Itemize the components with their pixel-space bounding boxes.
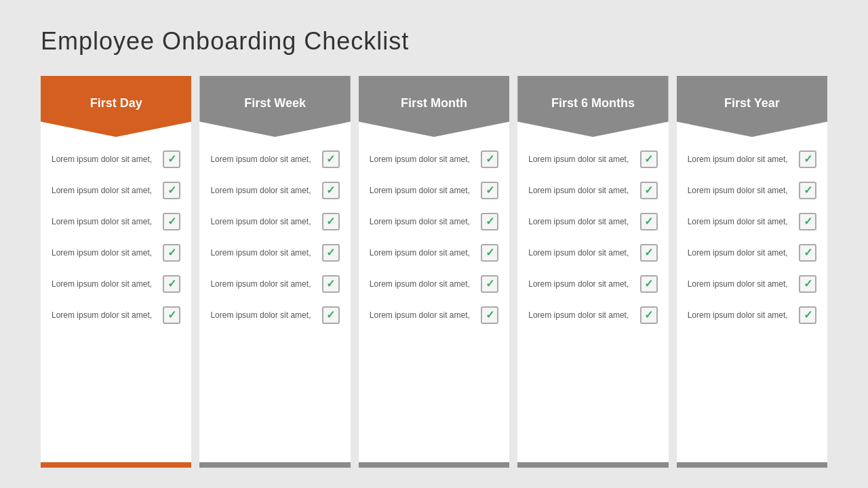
checkbox[interactable]: ✓ [163,244,180,262]
checkmark-icon: ✓ [326,154,335,165]
item-text: Lorem ipsum dolor sit amet, [210,154,316,165]
checkbox[interactable]: ✓ [640,150,658,168]
item-text: Lorem ipsum dolor sit amet, [210,247,316,259]
checkbox[interactable]: ✓ [799,213,816,230]
column-body-first-year: Lorem ipsum dolor sit amet,✓Lorem ipsum … [677,137,827,457]
checkbox[interactable]: ✓ [481,150,498,168]
item-text: Lorem ipsum dolor sit amet, [688,185,793,197]
checkbox[interactable]: ✓ [481,182,498,199]
checkmark-icon: ✓ [167,185,176,196]
checkbox[interactable]: ✓ [163,306,180,324]
checkbox[interactable]: ✓ [640,244,658,262]
checkmark-icon: ✓ [644,216,653,227]
checklist-item: Lorem ipsum dolor sit amet,✓ [366,300,502,331]
checklist-item: Lorem ipsum dolor sit amet,✓ [47,206,184,237]
checkmark-icon: ✓ [644,310,653,321]
checkmark-icon: ✓ [804,310,812,321]
checkbox[interactable]: ✓ [799,150,816,168]
checkbox[interactable]: ✓ [481,275,498,293]
item-text: Lorem ipsum dolor sit amet, [688,154,793,165]
checklist-item: Lorem ipsum dolor sit amet,✓ [366,175,502,206]
checklist-item: Lorem ipsum dolor sit amet,✓ [366,237,502,268]
item-text: Lorem ipsum dolor sit amet, [528,279,634,290]
column-header-first-6months: First 6 Months [517,76,668,137]
checkbox[interactable]: ✓ [481,213,498,230]
checkbox[interactable]: ✓ [322,306,340,324]
checkbox[interactable]: ✓ [163,182,180,199]
checkmark-icon: ✓ [486,154,494,165]
checklist-item: Lorem ipsum dolor sit amet,✓ [47,175,184,206]
checkmark-icon: ✓ [804,216,812,227]
checkbox[interactable]: ✓ [640,213,658,230]
checkmark-icon: ✓ [486,185,494,196]
checklist-item: Lorem ipsum dolor sit amet,✓ [524,144,661,175]
column-footer-first-month [359,462,509,468]
checklist-item: Lorem ipsum dolor sit amet,✓ [684,300,821,331]
checkmark-icon: ✓ [486,247,494,258]
checkbox[interactable]: ✓ [799,244,816,262]
column-body-first-day: Lorem ipsum dolor sit amet,✓Lorem ipsum … [41,137,191,457]
checklist-item: Lorem ipsum dolor sit amet,✓ [47,237,184,268]
checkmark-icon: ✓ [167,310,176,321]
column-header-first-day: First Day [41,76,191,137]
checkbox[interactable]: ✓ [322,213,340,230]
item-text: Lorem ipsum dolor sit amet, [210,185,316,197]
column-body-first-week: Lorem ipsum dolor sit amet,✓Lorem ipsum … [199,137,350,457]
column-header-first-year: First Year [677,76,827,137]
item-text: Lorem ipsum dolor sit amet, [688,216,793,228]
page-title: Employee Onboarding Checklist [41,27,827,56]
checkbox[interactable]: ✓ [322,182,340,199]
column-header-first-month: First Month [359,76,509,137]
checkmark-icon: ✓ [326,216,335,227]
item-text: Lorem ipsum dolor sit amet, [210,216,316,228]
checkbox[interactable]: ✓ [322,244,340,262]
checkmark-icon: ✓ [804,154,812,165]
item-text: Lorem ipsum dolor sit amet, [688,279,793,290]
checkbox[interactable]: ✓ [799,182,816,199]
checklist-item: Lorem ipsum dolor sit amet,✓ [206,268,343,300]
checklist-item: Lorem ipsum dolor sit amet,✓ [206,144,343,175]
item-text: Lorem ipsum dolor sit amet, [528,154,634,165]
checkmark-icon: ✓ [644,185,653,196]
item-text: Lorem ipsum dolor sit amet, [528,247,634,259]
item-text: Lorem ipsum dolor sit amet, [688,247,793,259]
checkmark-icon: ✓ [486,279,494,289]
column-footer-first-year [677,462,827,468]
checkmark-icon: ✓ [167,279,176,289]
column-header-first-week: First Week [199,76,350,137]
checkmark-icon: ✓ [486,216,494,227]
checkbox[interactable]: ✓ [322,150,340,168]
checkbox[interactable]: ✓ [481,244,498,262]
item-text: Lorem ipsum dolor sit amet, [52,279,157,290]
checkbox[interactable]: ✓ [799,306,816,324]
checkbox[interactable]: ✓ [640,275,658,293]
checkmark-icon: ✓ [486,310,494,321]
checkbox[interactable]: ✓ [163,150,180,168]
checklist-item: Lorem ipsum dolor sit amet,✓ [524,175,661,206]
checkbox[interactable]: ✓ [163,213,180,230]
item-text: Lorem ipsum dolor sit amet, [370,185,475,197]
checkbox[interactable]: ✓ [640,306,658,324]
checkmark-icon: ✓ [644,154,653,165]
item-text: Lorem ipsum dolor sit amet, [52,310,157,321]
checkbox[interactable]: ✓ [163,275,180,293]
checklist-item: Lorem ipsum dolor sit amet,✓ [47,268,184,300]
checkbox[interactable]: ✓ [640,182,658,199]
column-body-first-month: Lorem ipsum dolor sit amet,✓Lorem ipsum … [359,137,509,457]
column-first-month: First MonthLorem ipsum dolor sit amet,✓L… [359,76,509,468]
checklist-item: Lorem ipsum dolor sit amet,✓ [47,300,184,331]
checklist-item: Lorem ipsum dolor sit amet,✓ [366,206,502,237]
checkmark-icon: ✓ [167,247,176,258]
checklist-item: Lorem ipsum dolor sit amet,✓ [206,237,343,268]
checkbox[interactable]: ✓ [322,275,340,293]
checklist-item: Lorem ipsum dolor sit amet,✓ [684,237,821,268]
item-text: Lorem ipsum dolor sit amet, [370,154,475,165]
item-text: Lorem ipsum dolor sit amet, [528,185,634,197]
checkbox[interactable]: ✓ [481,306,498,324]
column-footer-first-6months [517,462,668,468]
checkmark-icon: ✓ [326,279,335,289]
item-text: Lorem ipsum dolor sit amet, [528,310,634,321]
checklist-item: Lorem ipsum dolor sit amet,✓ [524,237,661,268]
checkbox[interactable]: ✓ [799,275,816,293]
item-text: Lorem ipsum dolor sit amet, [370,247,475,259]
